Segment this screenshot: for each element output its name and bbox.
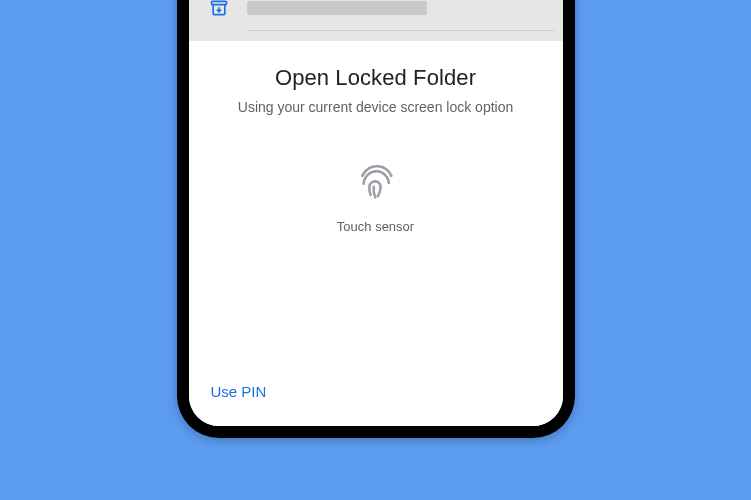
list-divider [247,30,555,31]
background-list-area [189,0,563,41]
sheet-title: Open Locked Folder [189,65,563,91]
auth-bottom-sheet: Open Locked Folder Using your current de… [189,41,563,426]
fingerprint-sensor-area[interactable]: Touch sensor [189,159,563,365]
phone-frame: Open Locked Folder Using your current de… [177,0,575,438]
sheet-actions: Use PIN [189,365,563,426]
placeholder-text-bar [247,1,427,15]
fingerprint-icon [354,159,398,203]
phone-screen: Open Locked Folder Using your current de… [189,0,563,426]
use-pin-button[interactable]: Use PIN [209,379,269,404]
sensor-label: Touch sensor [337,219,414,234]
list-item [189,0,563,30]
svg-rect-0 [211,1,226,4]
archive-box-icon [209,0,229,18]
sheet-subtitle: Using your current device screen lock op… [189,99,563,115]
